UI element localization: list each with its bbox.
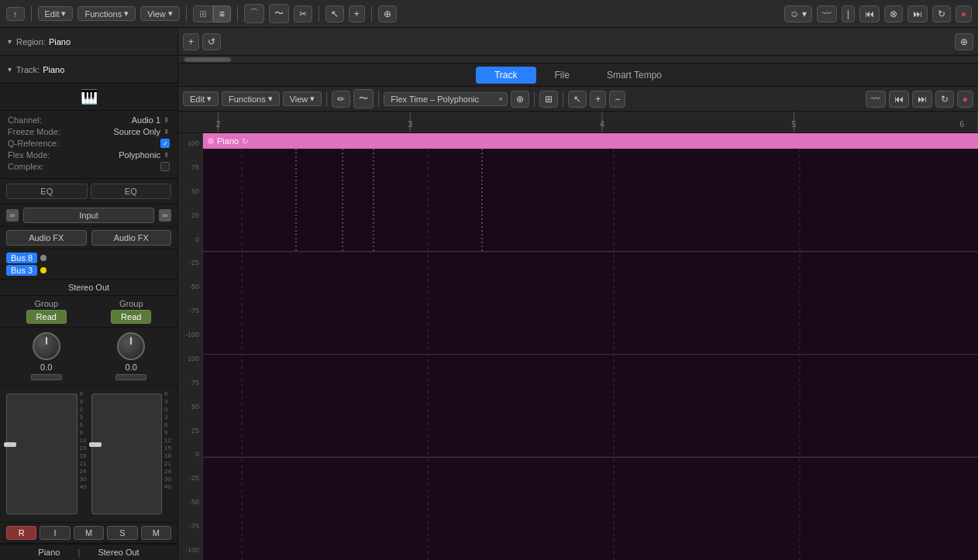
mix-button[interactable]: ⊗ (884, 5, 903, 22)
y-axis-left: 100 75 50 25 0 -25 -50 -75 -100 100 75 5… (178, 133, 203, 560)
curve-tool-button[interactable]: ⌒ (244, 4, 264, 23)
record-arm-button[interactable]: R (6, 526, 36, 540)
eq-right[interactable]: EQ (91, 184, 172, 199)
transient-button[interactable]: ⊕ (511, 91, 529, 108)
bounce-button[interactable]: ⊕ (378, 5, 397, 22)
marker-button[interactable]: | (842, 5, 855, 22)
eq-left[interactable]: EQ (6, 184, 88, 199)
mute-button[interactable]: M (74, 526, 104, 540)
flex-prop: Flex Mode: Polyphonic ⬍ (8, 150, 170, 160)
flex-mode-select[interactable]: Flex Time – Polyphonic (384, 92, 508, 106)
rewind-btn2[interactable]: ⏮ (889, 91, 909, 108)
tab-smart-tempo[interactable]: Smart Tempo (588, 67, 680, 84)
freeze-prop: Freeze Mode: Source Only ⬍ (8, 127, 170, 136)
waveform-button[interactable]: 〰 (817, 5, 837, 22)
sep3 (563, 91, 563, 107)
waveform-track-area[interactable]: Piano ↻ (203, 133, 978, 560)
separator (31, 6, 32, 22)
track-loop-icon: ↻ (242, 137, 248, 146)
tab-track[interactable]: Track (476, 67, 536, 84)
rewind-button[interactable]: ⏮ (859, 5, 880, 22)
left-sidebar: ▾ Region: Piano ▾ Track: Piano 🎹 Channel… (0, 28, 178, 560)
pan-knob-right[interactable] (117, 332, 145, 360)
mute-button-right[interactable]: M (141, 526, 171, 540)
knob-col-right: 0.0 (91, 332, 172, 380)
svg-text:2: 2 (216, 120, 221, 129)
view-menu-button2[interactable]: View ▾ (283, 91, 322, 106)
link-icon-left: ∞ (6, 209, 19, 222)
bus3-item: Bus 3 (6, 265, 171, 276)
fader-labels-left: 6 3 0 3 6 9 12 15 18 21 24 30 40 (80, 390, 87, 517)
view-menu-button[interactable]: View ▾ (140, 6, 180, 21)
add-region-button[interactable]: + (183, 33, 199, 50)
knob-fader-right[interactable] (115, 374, 146, 380)
edit-menu-button[interactable]: Edit ▾ (38, 6, 74, 21)
bus8-button[interactable]: Bus 8 (6, 253, 37, 263)
layout-segmented: ⊞ ≡ (193, 5, 231, 22)
list-layout-button[interactable]: ≡ (213, 5, 231, 22)
flex-mode-selector[interactable]: Flex Time – Polyphonic ▾ (384, 92, 508, 106)
loop-region-button[interactable]: ↺ (202, 33, 221, 50)
region-header: ▾ Region: Piano (0, 28, 177, 56)
pencil-tool[interactable]: ✏ (332, 91, 350, 108)
loop-button[interactable]: ↻ (932, 5, 951, 22)
eq-section: EQ EQ (0, 179, 177, 204)
wave-tool-button[interactable]: 〜 (269, 4, 289, 23)
tab-file[interactable]: File (536, 67, 588, 84)
complex-checkbox[interactable] (160, 162, 170, 171)
audio-fx-row: Audio FX Audio FX (0, 227, 177, 249)
bus3-button[interactable]: Bus 3 (6, 265, 37, 276)
qref-checkbox[interactable]: ✓ (160, 139, 170, 148)
functions-menu-button[interactable]: Functions ▾ (77, 6, 136, 21)
grid-layout-button[interactable]: ⊞ (193, 5, 213, 22)
audio-fx-left[interactable]: Audio FX (6, 230, 87, 246)
record-button[interactable]: ● (956, 5, 972, 22)
pointer-tool-button[interactable]: ↖ (325, 5, 344, 22)
read-button-left[interactable]: Read (26, 310, 67, 324)
waveform-track-name: Piano (217, 136, 239, 146)
loop-btn2[interactable]: ↻ (935, 91, 954, 108)
fader-handle-right[interactable] (89, 442, 102, 447)
input-button[interactable]: Input (23, 208, 154, 223)
export-button[interactable]: ⊕ (955, 33, 973, 50)
smiley-button[interactable]: ☺ ▾ (784, 5, 812, 22)
bus8-dot (40, 255, 46, 261)
read-button-right[interactable]: Read (111, 310, 151, 324)
input-monitor-button[interactable]: I (40, 526, 70, 540)
group-col-left: Group Read (6, 299, 87, 324)
separator2 (186, 6, 187, 22)
edit-menu-button2[interactable]: Edit ▾ (183, 91, 219, 106)
functions-menu-button2[interactable]: Functions ▾ (222, 91, 280, 106)
track-name-bottom-row: Piano | Stereo Out (0, 544, 177, 560)
scrollbar-thumb[interactable] (184, 57, 231, 62)
group-read-row: Group Read Group Read (0, 296, 177, 328)
second-toolbar: + ↺ ⊕ (178, 28, 978, 56)
scissors-tool-button[interactable]: ✂ (294, 5, 312, 22)
zoom-button[interactable]: ⊞ (539, 91, 558, 108)
fader-handle-left[interactable] (4, 442, 16, 447)
waveform-svg (203, 149, 978, 560)
audio-fx-right[interactable]: Audio FX (91, 230, 172, 246)
separator5 (371, 6, 372, 22)
pointer-tool2[interactable]: ↖ (568, 91, 587, 108)
fader-track-right[interactable] (91, 393, 163, 514)
fader-track-left[interactable] (6, 393, 77, 514)
back-button[interactable]: ↑ (6, 7, 25, 21)
forward-button[interactable]: ⏭ (907, 5, 928, 22)
svg-rect-0 (178, 112, 978, 133)
svg-text:4: 4 (600, 120, 604, 129)
flex-arrow-icon: ⬍ (164, 151, 170, 159)
add-tool2[interactable]: + (590, 91, 606, 108)
knob-fader-left[interactable] (31, 374, 62, 380)
track-icon-row: 🎹 (0, 84, 177, 111)
flex-wave-tool[interactable]: 〜 (353, 89, 374, 108)
add-tool-button[interactable]: + (349, 5, 365, 22)
solo-button[interactable]: S (107, 526, 137, 540)
svg-text:5: 5 (792, 120, 797, 129)
forward-btn2[interactable]: ⏭ (912, 91, 932, 108)
waveform-btn2[interactable]: 〰 (866, 91, 886, 108)
minus-tool2[interactable]: − (609, 91, 625, 108)
record-btn2[interactable]: ● (957, 91, 973, 108)
pan-knob-left[interactable] (33, 332, 60, 360)
group-col-right: Group Read (91, 299, 172, 324)
